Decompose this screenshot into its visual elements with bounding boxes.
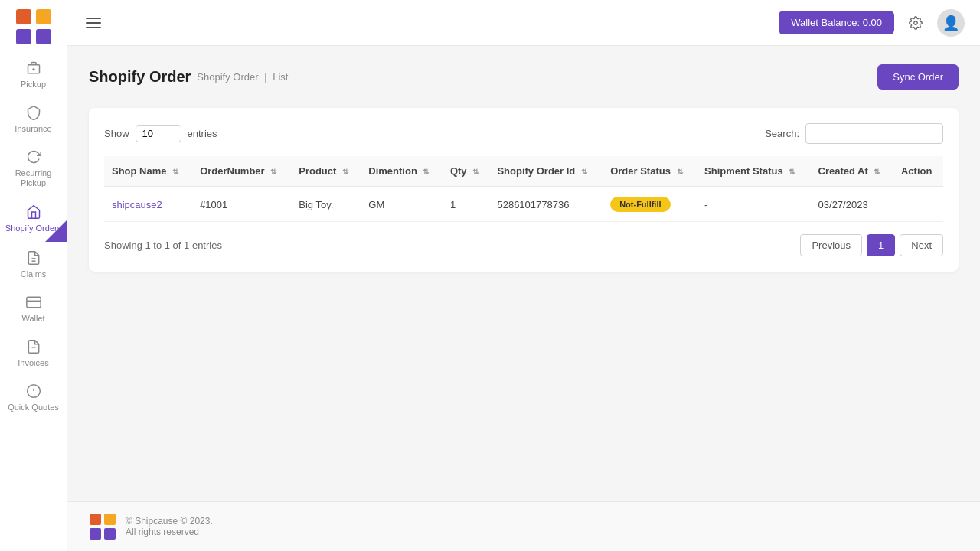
avatar[interactable]: 👤 <box>937 9 965 37</box>
breadcrumb-link[interactable]: Shopify Order <box>197 71 258 83</box>
sidebar-item-claims-label: Claims <box>21 269 47 279</box>
svg-rect-18 <box>104 528 116 540</box>
sort-icon-order-status[interactable]: ⇅ <box>677 168 683 176</box>
main-area: Wallet Balance: 0.00 👤 Shopify Order Sho… <box>67 0 980 551</box>
hamburger-line-2 <box>86 22 101 24</box>
table-header-row: Shop Name ⇅ OrderNumber ⇅ Product ⇅ Di <box>104 156 943 187</box>
footer-logo <box>89 513 116 540</box>
sidebar-item-pickup-label: Pickup <box>21 80 46 89</box>
sidebar-item-claims[interactable]: Claims <box>0 242 67 286</box>
pagination: Previous 1 Next <box>800 234 943 256</box>
search-input[interactable] <box>805 123 943 144</box>
svg-point-14 <box>914 21 918 24</box>
sidebar-item-shopify-orders[interactable]: Shopify Orders <box>0 196 67 241</box>
table-card: Show entries Search: Shop Name ⇅ <box>89 108 959 272</box>
sidebar-item-wallet[interactable]: Wallet <box>0 286 67 331</box>
breadcrumb: Shopify Order | List <box>197 71 288 83</box>
svg-rect-0 <box>16 9 31 24</box>
svg-rect-16 <box>104 514 116 525</box>
sidebar-item-shopify-label: Shopify Orders <box>5 223 61 233</box>
col-product: Product ⇅ <box>291 156 361 187</box>
col-qty: Qty ⇅ <box>443 156 490 187</box>
topbar-left <box>83 15 104 31</box>
avatar-icon: 👤 <box>942 15 959 31</box>
settings-icon <box>909 16 923 30</box>
cell-order-number: #1001 <box>192 187 291 222</box>
sidebar-item-invoices[interactable]: Invoices <box>0 331 67 375</box>
footer-rights: All rights reserved <box>126 527 213 537</box>
sort-icon-shipment-status[interactable]: ⇅ <box>789 168 795 176</box>
sync-order-button[interactable]: Sync Order <box>877 64 959 90</box>
sidebar-item-quick-quotes[interactable]: Quick Quotes <box>0 375 67 420</box>
page-1-button[interactable]: 1 <box>867 234 895 256</box>
sort-icon-order-number[interactable]: ⇅ <box>270 168 276 176</box>
col-shop-name: Shop Name ⇅ <box>104 156 192 187</box>
status-badge: Not-Fullfill <box>610 197 670 212</box>
show-entries-section: Show entries <box>104 125 217 142</box>
footer: © Shipcause © 2023. All rights reserved <box>67 501 980 551</box>
page-title: Shopify Order <box>89 68 191 86</box>
topbar: Wallet Balance: 0.00 👤 <box>67 0 980 46</box>
col-dimention: Dimention ⇅ <box>361 156 443 187</box>
svg-rect-3 <box>36 29 51 44</box>
box-icon <box>25 60 42 77</box>
shield-icon <box>25 104 42 121</box>
svg-rect-8 <box>26 297 40 307</box>
col-created-at: Created At ⇅ <box>811 156 893 187</box>
page-title-section: Shopify Order Shopify Order | List <box>89 68 288 86</box>
sidebar-item-pickup[interactable]: Pickup <box>0 52 67 96</box>
entries-label: entries <box>188 128 217 139</box>
sort-icon-shop-name[interactable]: ⇅ <box>172 168 178 176</box>
previous-button[interactable]: Previous <box>800 234 862 256</box>
col-action: Action <box>893 156 943 187</box>
table-row: shipcause2 #1001 Big Toy. GM 1 528610177… <box>104 187 943 222</box>
file-icon <box>25 249 42 266</box>
orders-table: Shop Name ⇅ OrderNumber ⇅ Product ⇅ Di <box>104 156 943 222</box>
sidebar-logo <box>15 8 53 46</box>
cell-dimention: GM <box>361 187 443 222</box>
sidebar: Pickup Insurance Recurring Pickup Shopif… <box>0 0 67 551</box>
topbar-right: Wallet Balance: 0.00 👤 <box>779 9 965 37</box>
entries-input[interactable] <box>136 125 181 142</box>
svg-rect-1 <box>36 9 51 24</box>
quote-icon <box>25 383 42 399</box>
sidebar-item-insurance-label: Insurance <box>15 124 51 133</box>
sort-icon-dimention[interactable]: ⇅ <box>423 168 429 176</box>
sidebar-item-quick-quotes-label: Quick Quotes <box>8 403 59 412</box>
cell-created-at: 03/27/2023 <box>811 187 893 222</box>
cell-order-status: Not-Fullfill <box>603 187 697 222</box>
hamburger-line-3 <box>86 27 101 28</box>
cell-product: Big Toy. <box>291 187 361 222</box>
svg-rect-17 <box>90 528 101 540</box>
svg-rect-15 <box>90 514 101 525</box>
settings-button[interactable] <box>903 11 928 35</box>
next-button[interactable]: Next <box>900 234 943 256</box>
sort-icon-shopify-order-id[interactable]: ⇅ <box>581 168 587 176</box>
svg-rect-2 <box>16 29 31 44</box>
store-icon <box>25 204 42 220</box>
breadcrumb-current: List <box>273 71 288 83</box>
footer-copyright: © Shipcause © 2023. <box>126 516 213 527</box>
wallet-balance-button[interactable]: Wallet Balance: 0.00 <box>779 11 894 34</box>
page-content: Shopify Order Shopify Order | List Sync … <box>67 46 980 501</box>
search-label: Search: <box>765 128 799 139</box>
page-header: Shopify Order Shopify Order | List Sync … <box>89 64 959 90</box>
sidebar-item-invoices-label: Invoices <box>18 358 48 367</box>
sort-icon-created-at[interactable]: ⇅ <box>874 168 880 176</box>
cell-shopify-order-id: 5286101778736 <box>489 187 603 222</box>
col-shopify-order-id: Shopify Order Id ⇅ <box>489 156 603 187</box>
col-order-number: OrderNumber ⇅ <box>192 156 291 187</box>
search-section: Search: <box>765 123 943 144</box>
sidebar-item-recurring-pickup[interactable]: Recurring Pickup <box>0 141 67 196</box>
sort-icon-product[interactable]: ⇅ <box>342 168 348 176</box>
table-controls: Show entries Search: <box>104 123 943 144</box>
hamburger-button[interactable] <box>83 15 104 31</box>
sidebar-item-insurance[interactable]: Insurance <box>0 96 67 141</box>
cell-qty: 1 <box>443 187 490 222</box>
refresh-icon <box>25 148 42 165</box>
footer-text: © Shipcause © 2023. All rights reserved <box>126 516 213 537</box>
sort-icon-qty[interactable]: ⇅ <box>472 168 479 176</box>
hamburger-line-1 <box>86 18 101 19</box>
sidebar-item-wallet-label: Wallet <box>21 314 44 323</box>
cell-action <box>893 187 943 222</box>
